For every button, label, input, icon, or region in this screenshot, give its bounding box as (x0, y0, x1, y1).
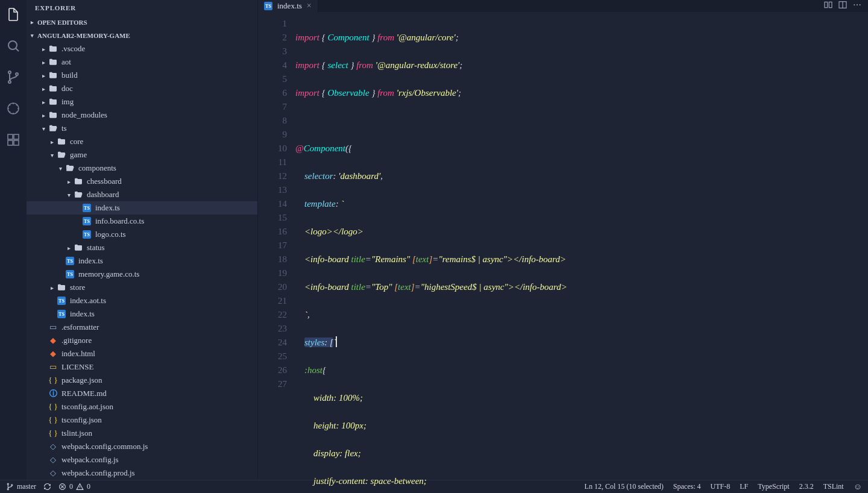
tree-item[interactable]: ◇webpack.config.prod.js (27, 466, 257, 480)
folder-icon (57, 283, 66, 292)
tree-item[interactable]: ▭.esformatter (27, 321, 257, 334)
tree-item[interactable]: ▾ts (27, 122, 257, 135)
sync-status[interactable] (43, 483, 51, 491)
folder-open-icon (65, 163, 75, 173)
typescript-icon: TS (65, 269, 75, 279)
file-icon: ▭ (48, 322, 58, 332)
svg-point-1 (8, 71, 11, 74)
tree-item[interactable]: ◆index.html (27, 347, 257, 360)
extensions-icon[interactable] (0, 128, 27, 152)
git-branch-icon[interactable] (0, 65, 27, 89)
tree-item[interactable]: { }tsconfig.aot.json (27, 400, 257, 413)
tree-item[interactable]: { }tslint.json (27, 427, 257, 440)
tree-item[interactable]: ▸build (27, 69, 257, 82)
tree-item[interactable]: ▭LICENSE (27, 360, 257, 374)
chevron-down-icon: ▾ (27, 33, 37, 39)
chevron-right-icon: ▸ (27, 19, 37, 25)
git-branch-status[interactable]: master (6, 482, 36, 491)
chevron-icon: ▸ (39, 112, 48, 119)
tree-item[interactable]: ▸status (27, 241, 257, 254)
git-icon: ◆ (48, 336, 58, 345)
tab-index-ts[interactable]: TS index.ts × (258, 0, 318, 12)
tree-item[interactable]: ▾game (27, 148, 257, 162)
typescript-icon: TS (57, 296, 66, 306)
chevron-icon: ▸ (39, 99, 48, 105)
close-icon[interactable]: × (307, 1, 312, 11)
project-label: ANGULAR2-MEMORY-GAME (37, 32, 130, 39)
chevron-icon: ▸ (39, 72, 48, 79)
errors-count: 0 (69, 482, 73, 491)
compare-icon[interactable] (823, 0, 833, 12)
chevron-icon: ▾ (47, 152, 57, 159)
tree-item[interactable]: TSindex.ts (27, 254, 257, 268)
tree-item-label: webpack.config.js (61, 455, 119, 465)
tree-item[interactable]: ▸chessboard (27, 175, 257, 188)
folder-icon (74, 177, 83, 186)
explorer-icon[interactable] (0, 2, 27, 27)
tree-item-label: .gitignore (61, 336, 92, 345)
code-content[interactable]: import { Component } from '@angular/core… (295, 12, 868, 493)
json-icon: { } (48, 375, 58, 385)
tree-item[interactable]: ◆.gitignore (27, 334, 257, 347)
debug-icon[interactable] (0, 96, 27, 121)
tree-item[interactable]: TSlogo.co.ts (27, 228, 257, 241)
tree-item-label: index.ts (95, 203, 120, 213)
tree-item-label: status (87, 243, 105, 253)
chevron-icon: ▸ (64, 178, 74, 185)
tree-item[interactable]: ▸store (27, 281, 257, 294)
tree-item[interactable]: { }tsconfig.json (27, 413, 257, 427)
html-icon: ◆ (48, 349, 58, 359)
chevron-icon: ▸ (39, 59, 48, 66)
tree-item-label: ts (61, 124, 67, 133)
svg-point-13 (857, 4, 858, 5)
tab-bar: TS index.ts × (258, 0, 868, 12)
tree-item[interactable]: ▾components (27, 162, 257, 175)
svg-point-0 (8, 41, 17, 49)
tree-item[interactable]: ◇webpack.config.js (27, 453, 257, 466)
tree-item[interactable]: TSindex.ts (27, 201, 257, 215)
svg-rect-10 (829, 2, 832, 7)
svg-point-2 (8, 81, 11, 83)
tree-item-label: memory.game.co.ts (78, 269, 139, 279)
tree-item-label: index.ts (78, 256, 103, 266)
typescript-icon: TS (264, 2, 272, 10)
typescript-icon: TS (82, 203, 92, 213)
code-area[interactable]: 1234567891011121314151617181920212223242… (258, 12, 868, 493)
more-icon[interactable] (852, 0, 862, 12)
tree-item[interactable]: TSindex.ts (27, 307, 257, 321)
svg-rect-6 (8, 140, 13, 145)
tree-item[interactable]: ▸node_modules (27, 108, 257, 122)
tree-item[interactable]: ▾dashboard (27, 188, 257, 201)
chevron-icon: ▸ (39, 46, 48, 52)
editor: TS index.ts × 12345678910111213141516171… (258, 0, 868, 480)
warnings-count: 0 (87, 482, 90, 491)
tree-item[interactable]: ▸.vscode (27, 42, 257, 55)
tree-item[interactable]: ▸core (27, 135, 257, 148)
tree-item[interactable]: ⓘREADME.md (27, 387, 257, 400)
tree-item[interactable]: TSinfo.board.co.ts (27, 215, 257, 228)
tree-item-label: LICENSE (61, 362, 93, 372)
tree-item-label: .esformatter (61, 322, 99, 332)
section-open-editors[interactable]: ▸ OPEN EDITORS (27, 16, 257, 29)
tree-item-label: tsconfig.aot.json (61, 402, 113, 412)
tree-item[interactable]: { }package.json (27, 374, 257, 387)
tree-item[interactable]: ▸img (27, 95, 257, 108)
folder-icon (57, 137, 66, 146)
tree-item[interactable]: ▸doc (27, 82, 257, 95)
svg-point-12 (854, 4, 855, 5)
folder-open-icon (48, 124, 58, 133)
tree-item[interactable]: ▸aot (27, 55, 257, 69)
sidebar-title: EXPLORER (27, 0, 257, 16)
section-project[interactable]: ▾ ANGULAR2-MEMORY-GAME (27, 29, 257, 42)
tree-item[interactable]: TSindex.aot.ts (27, 294, 257, 307)
tree-item[interactable]: ◇webpack.config.common.js (27, 440, 257, 453)
tree-item[interactable]: TSmemory.game.co.ts (27, 268, 257, 281)
sidebar: EXPLORER ▸ OPEN EDITORS ▾ ANGULAR2-MEMOR… (27, 0, 258, 480)
webpack-icon: ◇ (48, 455, 58, 465)
problems-status[interactable]: 0 0 (58, 482, 90, 491)
json-icon: { } (48, 429, 58, 438)
tree-item-label: info.board.co.ts (95, 216, 144, 226)
file-tree: ▸.vscode▸aot▸build▸doc▸img▸node_modules▾… (27, 42, 257, 480)
search-icon[interactable] (0, 34, 27, 58)
split-editor-icon[interactable] (838, 0, 848, 12)
